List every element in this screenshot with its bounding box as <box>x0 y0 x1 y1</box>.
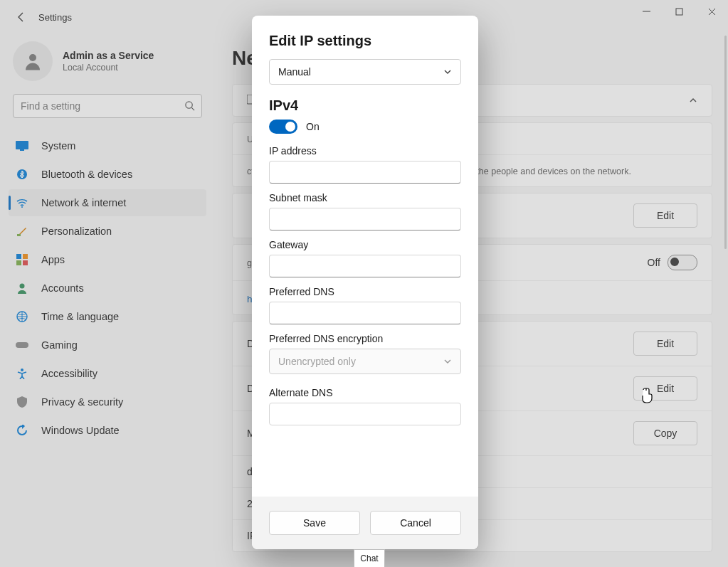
dns-encryption-value: Unencrypted only <box>278 356 356 367</box>
search-box[interactable] <box>13 94 202 118</box>
minimize-button[interactable] <box>630 0 663 23</box>
ip-address-input[interactable] <box>269 161 461 184</box>
bluetooth-icon <box>16 168 28 181</box>
nav-label: Accessibility <box>41 368 97 379</box>
sidebar-item-personalization[interactable]: Personalization <box>9 218 206 245</box>
sidebar-item-update[interactable]: Windows Update <box>9 417 206 444</box>
sidebar: Admin as a Service Local Account System … <box>0 34 213 567</box>
ipv4-toggle-label: On <box>306 121 320 132</box>
svg-rect-14 <box>16 342 28 348</box>
metered-toggle[interactable] <box>668 255 697 270</box>
chevron-down-icon <box>443 68 452 76</box>
svg-point-15 <box>21 369 23 371</box>
sidebar-item-apps[interactable]: Apps <box>9 246 206 273</box>
dns-encryption-label: Preferred DNS encryption <box>269 333 461 344</box>
subnet-label: Subnet mask <box>269 192 461 203</box>
svg-point-2 <box>186 102 192 108</box>
edit-ip-button[interactable]: Edit <box>633 332 697 356</box>
svg-rect-3 <box>16 141 28 149</box>
copy-button[interactable]: Copy <box>633 421 697 445</box>
nav-list: System Bluetooth & devices Network & int… <box>1 129 213 444</box>
nav-label: System <box>41 140 75 152</box>
gateway-input[interactable] <box>269 255 461 277</box>
svg-rect-4 <box>20 149 24 151</box>
svg-rect-9 <box>23 254 28 259</box>
globe-icon <box>16 310 28 323</box>
wifi-icon <box>16 196 28 209</box>
nav-label: Network & internet <box>41 197 126 208</box>
brush-icon <box>16 225 28 238</box>
sidebar-item-gaming[interactable]: Gaming <box>9 332 206 359</box>
nav-label: Gaming <box>41 339 78 351</box>
toggle-label: Off <box>648 257 660 268</box>
search-input[interactable] <box>13 94 202 118</box>
svg-rect-0 <box>676 9 682 15</box>
alternate-dns-input[interactable] <box>269 403 461 425</box>
maximize-icon <box>675 8 683 16</box>
svg-rect-10 <box>16 260 21 265</box>
chevron-up-icon <box>689 96 697 105</box>
scrollbar[interactable] <box>724 36 727 249</box>
chat-tab[interactable]: Chat <box>354 549 385 567</box>
person-icon <box>22 51 43 72</box>
nav-label: Accounts <box>41 282 84 294</box>
account-info[interactable]: Admin as a Service Local Account <box>1 34 213 94</box>
svg-point-1 <box>29 54 36 61</box>
preferred-dns-input[interactable] <box>269 302 461 324</box>
close-button[interactable] <box>695 0 728 23</box>
ipv4-heading: IPv4 <box>269 97 461 114</box>
sidebar-item-privacy[interactable]: Privacy & security <box>9 388 206 415</box>
nav-label: Privacy & security <box>41 396 123 408</box>
svg-rect-11 <box>23 260 28 265</box>
shield-icon <box>16 396 28 408</box>
ip-mode-dropdown[interactable]: Manual <box>269 59 461 85</box>
subnet-input[interactable] <box>269 208 461 230</box>
gateway-label: Gateway <box>269 239 461 250</box>
sidebar-item-accessibility[interactable]: Accessibility <box>9 360 206 387</box>
sidebar-item-accounts[interactable]: Accounts <box>9 275 206 302</box>
chevron-down-icon <box>443 357 452 366</box>
close-icon <box>708 8 716 16</box>
svg-rect-8 <box>16 254 21 259</box>
edit-ip-dialog: Edit IP settings Manual IPv4 On IP addre… <box>252 16 478 549</box>
apps-icon <box>16 253 28 266</box>
dialog-title: Edit IP settings <box>269 33 461 49</box>
preferred-dns-label: Preferred DNS <box>269 286 461 297</box>
display-icon <box>16 139 28 152</box>
search-icon <box>184 100 195 113</box>
svg-point-12 <box>20 284 25 289</box>
svg-point-6 <box>21 206 23 208</box>
user-name: Admin as a Service <box>63 50 154 61</box>
dropdown-value: Manual <box>278 66 311 78</box>
ip-address-label: IP address <box>269 145 461 157</box>
nav-label: Apps <box>41 254 65 265</box>
sidebar-item-time[interactable]: Time & language <box>9 303 206 330</box>
ipv4-toggle[interactable] <box>269 120 297 134</box>
sidebar-item-bluetooth[interactable]: Bluetooth & devices <box>9 161 206 188</box>
sidebar-item-network[interactable]: Network & internet <box>9 189 206 216</box>
nav-label: Bluetooth & devices <box>41 169 132 180</box>
avatar <box>13 41 53 81</box>
window-title: Settings <box>38 12 72 23</box>
person-icon <box>16 282 28 295</box>
save-button[interactable]: Save <box>269 511 360 535</box>
accessibility-icon <box>16 367 28 380</box>
svg-rect-7 <box>17 234 21 236</box>
alternate-dns-label: Alternate DNS <box>269 387 461 398</box>
edit-dns-button[interactable]: Edit <box>633 376 697 401</box>
minimize-icon <box>643 8 650 16</box>
user-sub: Local Account <box>63 63 154 73</box>
cancel-button[interactable]: Cancel <box>370 511 461 535</box>
nav-label: Windows Update <box>41 425 120 436</box>
edit-button[interactable]: Edit <box>633 203 697 228</box>
nav-label: Personalization <box>41 226 112 237</box>
nav-label: Time & language <box>41 311 119 322</box>
arrow-left-icon <box>16 11 27 23</box>
update-icon <box>16 424 28 437</box>
sidebar-item-system[interactable]: System <box>9 132 206 159</box>
dns-encryption-dropdown[interactable]: Unencrypted only <box>269 349 461 374</box>
back-button[interactable] <box>7 3 36 31</box>
gamepad-icon <box>16 339 28 351</box>
maximize-button[interactable] <box>663 0 695 23</box>
